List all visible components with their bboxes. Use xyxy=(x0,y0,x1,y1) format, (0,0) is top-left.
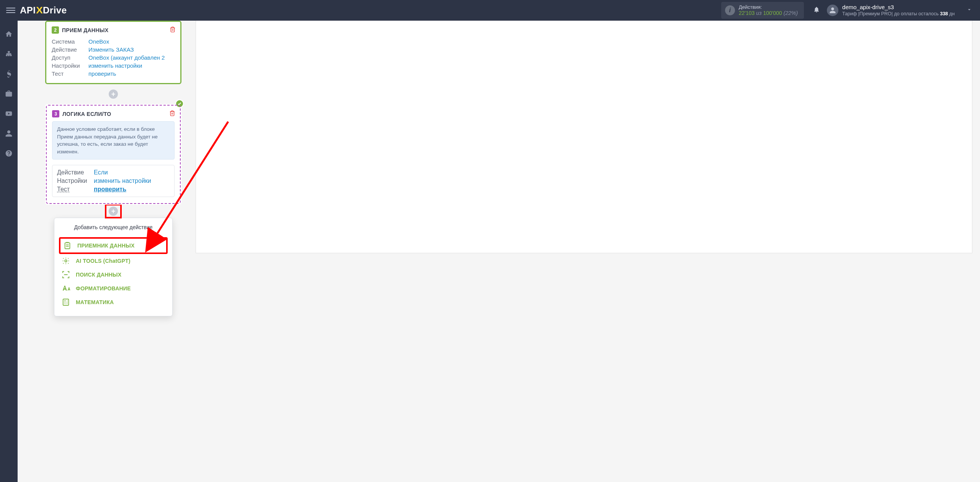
label-test: Тест xyxy=(57,186,90,193)
svg-rect-1 xyxy=(6,55,8,56)
actions-label: Действия: xyxy=(739,4,798,10)
row-action: Действие Изменить ЗАКАЗ xyxy=(52,46,175,54)
dropdown-item-format[interactable]: ФОРМАТИРОВАНИЕ xyxy=(59,282,168,295)
value-test[interactable]: проверить xyxy=(88,70,175,77)
dropdown-label: МАТЕМАТИКА xyxy=(76,299,114,305)
card-title: ЛОГИКА ЕСЛИ/ТО xyxy=(62,111,111,117)
row-test: Тест проверить xyxy=(57,185,170,194)
svg-rect-4 xyxy=(65,243,70,249)
card-step-2: 2 ПРИЕМ ДАННЫХ Система OneBox Действие И… xyxy=(45,21,181,84)
actions-used: 22'103 xyxy=(739,10,755,16)
gear-brain-icon xyxy=(61,256,70,265)
row-settings: Настройки изменить настройки xyxy=(52,62,175,70)
dropdown-item-ai[interactable]: AI TOOLS (ChatGPT) xyxy=(59,254,168,268)
calculator-icon xyxy=(61,298,70,307)
row-access: Доступ OneBox (аккаунт добавлен 2 xyxy=(52,54,175,62)
avatar-icon xyxy=(827,5,838,16)
add-action-dropdown: Добавить следующее действие ПРИЕМНИК ДАН… xyxy=(54,218,173,316)
step-number-badge: 3 xyxy=(52,110,59,117)
logo-x: X xyxy=(36,5,43,16)
hamburger-menu-icon[interactable] xyxy=(6,6,15,15)
label-action: Действие xyxy=(52,46,85,53)
highlight-add-button: + xyxy=(105,204,122,218)
label-action: Действие xyxy=(57,169,90,176)
top-navbar: APIXDrive i Действия: 22'103 из 100'000 … xyxy=(0,0,980,21)
svg-rect-0 xyxy=(8,51,10,53)
user-menu[interactable]: demo_apix-drive_s3 Тариф |Премиум PRO| д… xyxy=(827,4,972,17)
left-rail xyxy=(0,21,18,482)
value-action[interactable]: Если xyxy=(94,169,170,176)
label-settings: Настройки xyxy=(57,177,90,184)
logo-drive: Drive xyxy=(43,5,67,16)
brand-logo[interactable]: APIXDrive xyxy=(20,5,67,16)
value-settings[interactable]: изменить настройки xyxy=(94,177,170,184)
dropdown-label: ФОРМАТИРОВАНИЕ xyxy=(76,285,131,291)
label-system: Система xyxy=(52,38,85,45)
dropdown-item-receiver[interactable]: ПРИЕМНИК ДАННЫХ xyxy=(59,237,168,254)
bell-icon[interactable] xyxy=(813,6,820,15)
dropdown-label: ПРИЕМНИК ДАННЫХ xyxy=(77,243,134,249)
row-settings: Настройки изменить настройки xyxy=(57,177,170,185)
dropdown-item-search[interactable]: ПОИСК ДАННЫХ xyxy=(59,268,168,282)
chevron-down-icon[interactable] xyxy=(966,7,972,14)
dropdown-title: Добавить следующее действие xyxy=(59,224,168,230)
value-action[interactable]: Изменить ЗАКАЗ xyxy=(88,46,175,53)
add-step-icon[interactable]: + xyxy=(109,207,118,216)
trash-icon[interactable] xyxy=(170,26,176,34)
row-system: Система OneBox xyxy=(52,37,175,46)
actions-of: из xyxy=(755,10,763,16)
youtube-icon[interactable] xyxy=(3,108,15,119)
label-settings: Настройки xyxy=(52,62,85,69)
help-icon[interactable] xyxy=(3,148,15,159)
user-name: demo_apix-drive_s3 xyxy=(842,4,955,11)
svg-rect-2 xyxy=(8,55,10,56)
actions-total: 100'000 xyxy=(763,10,782,16)
text-size-icon xyxy=(61,284,70,293)
step3-description: Данное условие сработает, если в блоке П… xyxy=(52,121,175,160)
briefcase-icon[interactable] xyxy=(3,88,15,99)
scan-icon xyxy=(61,270,70,279)
label-test: Тест xyxy=(52,70,85,77)
home-icon[interactable] xyxy=(3,28,15,40)
user-tariff: Тариф |Премиум PRO| до оплаты осталось 3… xyxy=(842,11,955,17)
clipboard-icon xyxy=(63,241,72,250)
svg-point-5 xyxy=(65,260,67,262)
dropdown-label: AI TOOLS (ChatGPT) xyxy=(76,258,131,264)
logo-api: API xyxy=(20,5,36,16)
value-settings[interactable]: изменить настройки xyxy=(88,62,175,69)
label-access: Доступ xyxy=(52,54,85,61)
value-access[interactable]: OneBox (аккаунт добавлен 2 xyxy=(88,54,175,61)
info-icon: i xyxy=(725,5,735,15)
dollar-icon[interactable] xyxy=(3,68,15,80)
row-test: Тест проверить xyxy=(52,70,175,78)
sitemap-icon[interactable] xyxy=(3,48,15,60)
actions-usage-pill[interactable]: i Действия: 22'103 из 100'000 (22%) xyxy=(721,2,804,19)
right-content-panel xyxy=(196,21,972,253)
trash-icon[interactable] xyxy=(169,110,175,118)
card-step-3: 3 ЛОГИКА ЕСЛИ/ТО Данное условие сработае… xyxy=(45,104,181,205)
svg-rect-3 xyxy=(10,55,11,56)
card-title: ПРИЕМ ДАННЫХ xyxy=(62,27,108,33)
step-number-badge: 2 xyxy=(52,26,59,34)
actions-percent: (22%) xyxy=(784,10,798,16)
add-step-icon[interactable]: + xyxy=(109,90,118,99)
row-action: Действие Если xyxy=(57,168,170,177)
user-icon[interactable] xyxy=(3,128,15,139)
dropdown-label: ПОИСК ДАННЫХ xyxy=(76,272,121,278)
dropdown-item-math[interactable]: МАТЕМАТИКА xyxy=(59,295,168,309)
value-system[interactable]: OneBox xyxy=(88,38,175,45)
value-test[interactable]: проверить xyxy=(94,186,170,193)
